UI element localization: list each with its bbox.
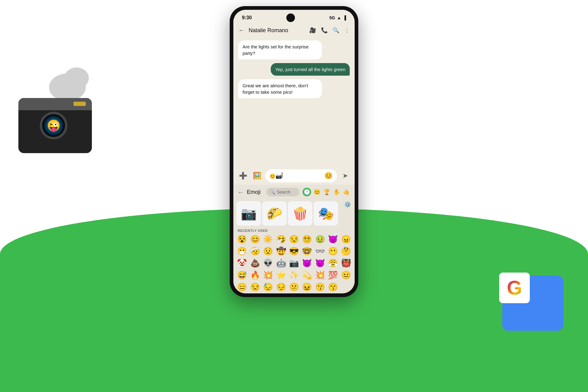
emoji-cell[interactable]: 😶	[327, 246, 339, 257]
emoji-cell[interactable]: 😕	[288, 281, 300, 293]
network-label: 5G	[330, 15, 335, 20]
emoji-cell[interactable]: 😎	[288, 246, 300, 257]
emoji-cell[interactable]: 😐	[340, 270, 352, 281]
emoji-cell[interactable]: 😵	[236, 234, 248, 245]
emoji-category-icons: 🕐 😊 🏆 ✋ 🤙	[303, 188, 350, 196]
gboard-sticker: G	[496, 270, 564, 331]
phone-container: 9:30 5G ▲ ▐ ← Natalie Romano 🎥 📞 🔍 ⋮	[230, 6, 358, 328]
app-header: ← Natalie Romano 🎥 📞 🔍 ⋮	[233, 24, 355, 37]
emoji-cell[interactable]: 🤡	[236, 258, 248, 269]
emoji-cell[interactable]: ☀️	[262, 234, 274, 245]
status-bar: 9:30 5G ▲ ▐	[233, 10, 355, 24]
emoji-cell[interactable]: 🤔	[340, 246, 352, 257]
settings-gear-icon[interactable]: ⚙️	[344, 201, 351, 208]
emoji-cell[interactable]: 👹	[340, 258, 352, 269]
sticker-2[interactable]: 🌮	[262, 201, 287, 226]
sticker-4[interactable]: 🎭	[314, 201, 338, 226]
sticker-row: 📷 🌮 🍿 🎭 ⚙️	[233, 199, 355, 228]
emoji-cell[interactable]: 😟	[262, 246, 274, 257]
emoji-keyboard: ← Emoji 🔍 Search 🕐 😊 🏆 ✋ 🤙	[233, 185, 355, 293]
lens-emoji: 😜	[47, 119, 61, 132]
emoji-cell[interactable]: 😙	[327, 281, 339, 293]
signal-icon: ▲	[337, 15, 341, 20]
emoji-search-icon: 🔍	[270, 190, 275, 194]
emoji-search-box[interactable]: 🔍 Search	[266, 188, 300, 196]
cloud2	[64, 67, 89, 89]
back-button[interactable]: ←	[238, 26, 245, 34]
emoji-cell[interactable]: 👽	[262, 258, 274, 269]
emoji-cell[interactable]: 😤	[327, 258, 339, 269]
gif-button[interactable]: 🖼️	[251, 170, 263, 182]
emoji-cell[interactable]: 🤧	[275, 234, 287, 245]
category-gestures[interactable]: ✋	[333, 188, 341, 196]
send-button[interactable]: ➤	[339, 170, 351, 182]
emoji-cell[interactable]: 👿	[301, 258, 313, 269]
camera-body: 😜	[18, 98, 92, 153]
camera-flash	[74, 102, 86, 106]
video-call-button[interactable]: 🎥	[309, 27, 316, 34]
input-bar: ➕ 🖼️ 😊📷 😊 ➤	[233, 167, 355, 185]
category-smileys[interactable]: 😊	[313, 188, 321, 196]
cursor	[282, 172, 282, 178]
phone-frame: 9:30 5G ▲ ▐ ← Natalie Romano 🎥 📞 🔍 ⋮	[230, 6, 358, 297]
category-activities[interactable]: 🏆	[323, 188, 331, 196]
emoji-cell[interactable]: 😑	[236, 281, 248, 293]
input-text: 😊📷	[270, 172, 322, 179]
emoji-cell[interactable]: 📷	[288, 258, 300, 269]
emoji-cell[interactable]: 😷	[236, 246, 248, 257]
emoji-cell[interactable]: 😅	[236, 270, 248, 281]
emoji-grid: 😵 😊 ☀️ 🤧 😒 😵‍💫 🤢 😈 😠 😷 🤕 😟 🤠 😎 🤓	[233, 233, 355, 293]
emoji-cell[interactable]: 🤢	[314, 234, 326, 245]
emoji-cell[interactable]: 😖	[301, 281, 313, 293]
emoji-cell[interactable]: 🤕	[249, 246, 261, 257]
emoji-cell[interactable]: 😒	[249, 281, 261, 293]
message-sent-1: Yep, just turned all the lights green	[271, 63, 350, 76]
battery-icon: ▐	[343, 15, 346, 20]
emoji-cell[interactable]: 😈	[314, 258, 326, 269]
emoji-cell[interactable]: 😊	[249, 234, 261, 245]
emoji-cell[interactable]: 💥	[314, 270, 326, 281]
emoji-cell[interactable]: 💥	[262, 270, 274, 281]
emoji-cell[interactable]: 💫	[301, 270, 313, 281]
emoji-cell[interactable]: 🤖	[275, 258, 287, 269]
emoji-cell[interactable]: 💩	[249, 258, 261, 269]
emoji-picker-button[interactable]: 😊	[324, 172, 333, 180]
category-misc[interactable]: 🤙	[342, 188, 350, 196]
emoji-cell[interactable]: 😈	[327, 234, 339, 245]
emoji-top-bar: ← Emoji 🔍 Search 🕐 😊 🏆 ✋ 🤙	[233, 185, 355, 199]
phone-screen: 9:30 5G ▲ ▐ ← Natalie Romano 🎥 📞 🔍 ⋮	[233, 10, 355, 293]
emoji-search-placeholder: Search	[277, 190, 290, 194]
emoji-cell[interactable]: 🤠	[275, 246, 287, 257]
emoji-cell[interactable]: 😠	[340, 234, 352, 245]
message-input-field[interactable]: 😊📷 😊	[265, 169, 337, 182]
voice-call-button[interactable]: 📞	[321, 27, 328, 34]
camera-lens: 😜	[40, 112, 67, 139]
add-button[interactable]: ➕	[237, 170, 249, 182]
emoji-panel-label: Emoji	[247, 189, 261, 195]
emoji-cell[interactable]: ✨	[288, 270, 300, 281]
emoji-cell[interactable]: 🤓	[301, 246, 313, 257]
message-received-1: Are the lights set for the surprise part…	[238, 40, 322, 59]
sticker-1[interactable]: 📷	[236, 201, 261, 226]
emoji-cell[interactable]: 😒	[288, 234, 300, 245]
emoji-cell[interactable]: 💯	[327, 270, 339, 281]
emoji-cell[interactable]: 😓	[262, 281, 274, 293]
emoji-cell[interactable]: 😗	[314, 281, 326, 293]
emoji-cell[interactable]: 😔	[275, 281, 287, 293]
emoji-cell[interactable]: 😵‍💫	[301, 234, 313, 245]
chat-area: Are the lights set for the surprise part…	[233, 37, 355, 167]
emoji-cell[interactable]: ⭐	[275, 270, 287, 281]
search-button[interactable]: 🔍	[333, 27, 339, 34]
category-recent[interactable]: 🕐	[303, 188, 311, 196]
emoji-cell[interactable]: 👓	[314, 246, 326, 257]
status-icons: 5G ▲ ▐	[330, 15, 346, 20]
contact-name: Natalie Romano	[249, 27, 306, 34]
header-icons: 🎥 📞 🔍 ⋮	[309, 27, 350, 34]
emoji-cell[interactable]: 🔥	[249, 270, 261, 281]
message-received-2: Great we are almost there, don't forget …	[238, 79, 322, 98]
status-time: 9:30	[242, 15, 252, 21]
more-options-button[interactable]: ⋮	[344, 27, 350, 34]
gboard-g-icon: G	[499, 273, 530, 303]
emoji-back-button[interactable]: ←	[238, 189, 244, 196]
sticker-3[interactable]: 🍿	[288, 201, 312, 226]
